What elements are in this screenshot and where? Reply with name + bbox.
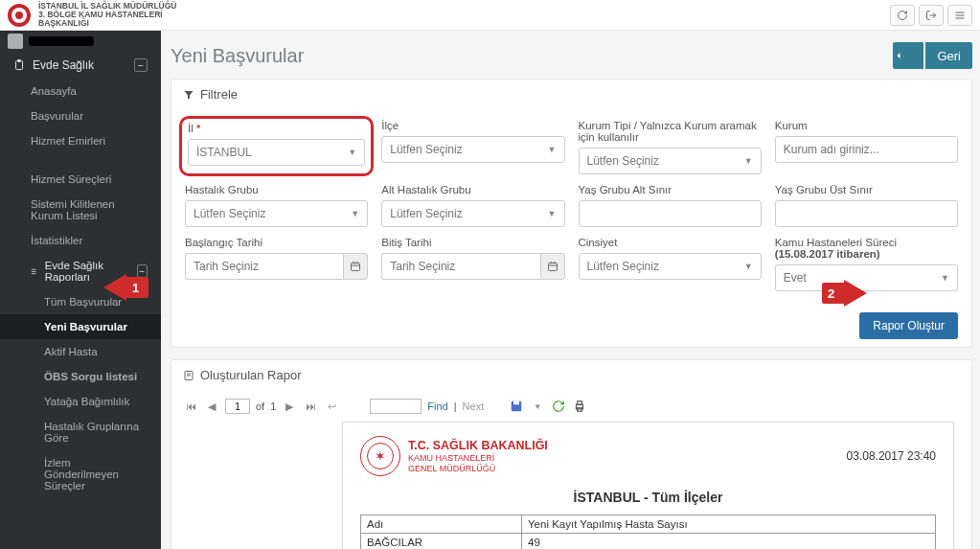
content: Yeni Başvurular Geri Filtrele İl * İSTAN… [161,31,980,549]
report-table: Adı Yeni Kayıt Yapılmış Hasta Sayısı BAĞ… [360,515,936,549]
collapse-icon[interactable]: − [137,264,148,278]
report-panel-head: Oluşturulan Rapor [171,360,971,391]
page-head: Yeni Başvurular Geri [171,42,972,69]
menu-icon [954,10,966,21]
sidebar-item-istatistikler[interactable]: İstatistikler [0,228,161,253]
kurum-tipi-select[interactable]: Lütfen Seçiniz ▼ [579,148,762,174]
refresh-button[interactable] [890,5,915,26]
print-button[interactable] [572,399,587,414]
of-label: of [256,400,264,412]
sidebar-item-basvurular[interactable]: Başvurular [0,103,161,128]
prev-page-button[interactable]: ◀ [204,399,219,414]
baslangic-label: Başlangıç Tarihi [185,237,368,248]
baslangic-input[interactable] [185,253,343,280]
table-row: BAĞCILAR 49 [361,534,936,550]
sidebar-item-yeni-basvurular[interactable]: Yeni Başvurular [0,314,161,339]
refresh-report-button[interactable] [551,399,566,414]
report-panel: Oluşturulan Rapor ⏮ ◀ of 1 ▶ ⏭ ↩ Find | … [171,359,972,549]
page-title: Yeni Başvurular [171,45,304,67]
logout-button[interactable] [919,5,944,26]
org-logo-icon [8,4,31,27]
sidebar-item-raporlar[interactable]: Evde Sağlık Raporları − [0,253,161,289]
next-link[interactable]: Next [463,400,485,412]
chevron-down-icon: ▼ [548,145,557,154]
filter-panel-head: Filtrele [171,80,971,110]
filter-icon [183,89,194,101]
sidebar-item-yataga-bagimlilik[interactable]: Yatağa Bağımlılık [0,389,161,414]
chevron-down-icon: ▼ [941,273,949,283]
first-page-button[interactable]: ⏮ [183,399,198,414]
il-label: İl * [188,123,365,134]
back-parent-button[interactable]: ↩ [324,399,339,414]
yas-ust-input[interactable] [775,200,958,227]
il-select[interactable]: İSTANBUL ▼ [188,139,365,166]
ministry-title: T.C. SAĞLIK BAKANLIĞI KAMU HASTANELERİ G… [408,439,548,474]
alt-hastalik-label: Alt Hastalık Grubu [381,184,564,195]
next-page-button[interactable]: ▶ [282,399,297,414]
report-page: T.C. SAĞLIK BAKANLIĞI KAMU HASTANELERİ G… [342,422,954,549]
clipboard-icon [13,59,25,71]
org-title: İSTANBUL İL SAĞLIK MÜDÜRLÜĞÜ 3. BÖLGE KA… [38,2,177,28]
ilce-select[interactable]: Lütfen Seçiniz ▼ [381,136,564,163]
kamu-select[interactable]: Evet ▼ [775,264,958,291]
total-pages: 1 [270,400,276,412]
calendar-icon [350,261,361,272]
calendar-button[interactable] [343,253,368,280]
user-box [0,31,161,52]
filter-heading-label: Filtrele [200,87,238,102]
sidebar-item-hastalik-gruplarina[interactable]: Hastalık Gruplarına Göre [0,414,161,450]
last-page-button[interactable]: ⏭ [303,399,318,414]
find-link[interactable]: Find [427,400,447,412]
chevron-down-icon: ▼ [548,209,557,218]
report-datetime: 03.08.2017 23:40 [847,449,936,463]
sidebar-menu: Evde Sağlık − Anasayfa Başvurular Hizmet… [0,52,161,498]
hastalik-grubu-select[interactable]: Lütfen Seçiniz ▼ [185,200,368,227]
yas-alt-label: Yaş Grubu Alt Sınır [579,184,762,195]
list-icon [29,266,37,277]
page-input[interactable] [225,399,250,414]
kurum-tipi-select-value: Lütfen Seçiniz [587,154,659,168]
menu-button[interactable] [947,5,972,26]
topbar: İSTANBUL İL SAĞLIK MÜDÜRLÜĞÜ 3. BÖLGE KA… [0,0,980,31]
sidebar-section-evde-saglik[interactable]: Evde Sağlık − [0,52,161,79]
kurum-label: Kurum [775,120,958,131]
bitis-input[interactable] [381,253,539,280]
yas-alt-input[interactable] [579,200,762,227]
ilce-select-value: Lütfen Seçiniz [390,143,462,156]
sidebar-item-aktif-hasta[interactable]: Aktif Hasta [0,339,161,364]
report-toolbar: ⏮ ◀ of 1 ▶ ⏭ ↩ Find | Next ▼ [179,395,964,418]
rapor-olustur-button[interactable]: Rapor Oluştur [859,312,958,339]
back-arrow-button[interactable] [893,42,923,69]
yas-ust-label: Yaş Grubu Üst Sınır [775,184,958,195]
export-caret[interactable]: ▼ [530,399,545,414]
il-select-value: İSTANBUL [196,146,252,159]
kurum-tipi-label: Kurum Tipi / Yalnızca Kurum aramak için … [579,120,762,143]
sidebar-item-sistemi-kilitlenen[interactable]: Sistemi Kilitlenen Kurum Listesi [0,192,161,228]
back-button[interactable]: Geri [925,42,972,69]
svg-rect-23 [513,401,519,405]
filter-panel: Filtrele İl * İSTANBUL ▼ İlçe Lütfe [171,79,972,348]
sidebar-item-anasayfa[interactable]: Anasayfa [0,79,161,103]
chevron-down-icon: ▼ [348,148,356,157]
logout-icon [925,10,937,21]
refresh-icon [552,400,565,413]
sidebar-item-hizmet-surecleri[interactable]: Hizmet Süreçleri [0,167,161,192]
svg-rect-11 [352,263,360,271]
alt-hastalik-select[interactable]: Lütfen Seçiniz ▼ [381,200,564,227]
cinsiyet-select[interactable]: Lütfen Seçiniz ▼ [579,253,762,280]
export-button[interactable] [509,399,524,414]
calendar-button[interactable] [540,253,565,280]
report-heading: Oluşturulan Rapor [200,368,302,382]
sidebar-item-izlem[interactable]: İzlem Gönderilmeyen Süreçler [0,450,161,498]
find-input[interactable] [370,399,422,414]
svg-rect-25 [578,401,582,405]
sidebar-item-hizmet-emirleri[interactable]: Hizmet Emirleri [0,128,161,153]
bitis-label: Bitiş Tarihi [381,237,564,248]
kurum-input[interactable] [775,136,958,163]
arrow-left-icon [893,50,904,61]
sidebar-item-tum-basvurular[interactable]: Tüm Başvurular [0,289,161,314]
save-disk-icon [510,400,523,413]
svg-rect-15 [548,263,557,271]
collapse-icon[interactable]: − [134,58,148,72]
sidebar-item-obs-sorgu[interactable]: ÖBS Sorgu listesi [0,364,161,389]
